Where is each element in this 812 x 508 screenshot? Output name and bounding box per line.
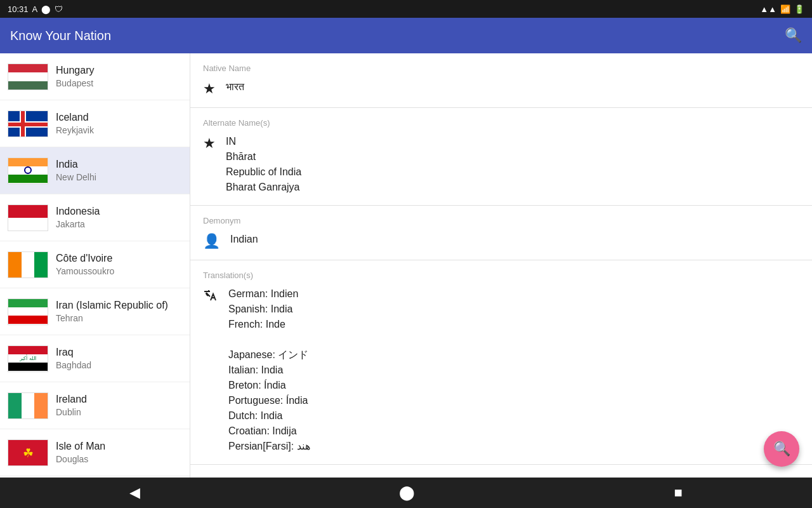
battery-icon: 🔋 (794, 4, 804, 14)
country-capital-hungary: Budapest (56, 78, 182, 88)
trans-croatian: Croatian: Indija (228, 424, 310, 439)
flag-hungary (8, 64, 48, 90)
flag-india (8, 157, 48, 184)
flag-iceland (8, 110, 48, 137)
country-item-indonesia[interactable]: Indonesia Jakarta (0, 194, 190, 241)
country-info-hungary: Hungary Budapest (56, 65, 182, 88)
country-name-iran: Iran (Islamic Republic of) (56, 300, 182, 311)
trans-dutch: Dutch: India (228, 408, 310, 424)
country-capital-ivory: Yamoussoukro (56, 266, 182, 276)
flag-indonesia (8, 204, 48, 231)
translations-label: Translation(s) (203, 271, 799, 280)
country-name-iom: Isle of Man (56, 441, 182, 452)
demonym-section: Demonym 👤 Indian (190, 206, 812, 260)
app-bar: Know Your Nation 🔍 (0, 18, 812, 53)
native-name-content: ★ भारत (203, 79, 799, 97)
status-bar-right: ▲▲ 📶 🔋 (760, 4, 804, 14)
alternate-names-label: Alternate Name(s) (203, 118, 799, 128)
trans-italian: Italian: India (228, 363, 310, 378)
country-item-ivory[interactable]: Côte d'Ivoire Yamoussoukro (0, 241, 190, 288)
country-capital-india: New Delhi (56, 172, 182, 182)
country-item-hungary[interactable]: Hungary Budapest (0, 53, 190, 100)
home-button[interactable]: ⬤ (386, 479, 428, 506)
country-info-iceland: Iceland Reykjavik (56, 112, 182, 135)
alt-name-0: IN (226, 134, 301, 149)
translate-icon (203, 288, 218, 307)
flag-iom: ☘ (8, 439, 48, 466)
country-item-iran[interactable]: Iran (Islamic Republic of) Tehran (0, 288, 190, 335)
country-info-iraq: Iraq Baghdad (56, 347, 182, 370)
alternate-names-content: ★ IN Bhārat Republic of India Bharat Gan… (203, 134, 799, 195)
flag-ireland (8, 392, 48, 419)
country-name-iceland: Iceland (56, 112, 182, 123)
country-item-iom[interactable]: ☘ Isle of Man Douglas (0, 429, 190, 476)
fab-search[interactable]: 🔍 (764, 431, 799, 467)
demonym-value: Indian (230, 232, 258, 247)
flag-iran (8, 298, 48, 325)
country-name-india: India (56, 159, 182, 170)
status-time: 10:31 (8, 4, 29, 14)
circle-icon: ⬤ (41, 4, 51, 14)
wifi-icon: ▲▲ (760, 4, 776, 14)
shield-icon: 🛡 (55, 4, 63, 14)
detail-panel: Native Name ★ भारत Alternate Name(s) ★ I… (190, 53, 812, 478)
flag-iraq: الله أكبر (8, 345, 48, 372)
country-capital-iom: Douglas (56, 454, 182, 464)
main-content: Hungary Budapest Iceland Reykjavik (0, 53, 812, 478)
demonym-label: Demonym (203, 216, 799, 225)
country-item-ireland[interactable]: Ireland Dublin (0, 382, 190, 429)
status-bar: 10:31 A ⬤ 🛡 ▲▲ 📶 🔋 (0, 0, 812, 18)
native-name-section: Native Name ★ भारत (190, 53, 812, 108)
alternate-names-section: Alternate Name(s) ★ IN Bhārat Republic o… (190, 108, 812, 206)
country-info-iran: Iran (Islamic Republic of) Tehran (56, 300, 182, 323)
alt-name-1: Bhārat (226, 149, 301, 164)
signal-icon: 📶 (780, 4, 790, 14)
translations-section: Translation(s) German: Indien Spanish: I… (190, 260, 812, 465)
search-button[interactable]: 🔍 (785, 27, 802, 44)
native-name-label: Native Name (203, 64, 799, 73)
country-item-iceland[interactable]: Iceland Reykjavik (0, 100, 190, 147)
trans-persian: Persian[Farsi]: هند (228, 439, 310, 454)
country-capital-ireland: Dublin (56, 407, 182, 417)
back-button[interactable]: ◀ (117, 479, 153, 506)
translations-values: German: Indien Spanish: India French: In… (228, 286, 310, 454)
alt-name-2: Republic of India (226, 164, 301, 180)
flag-ivory (8, 251, 48, 278)
country-capital-iceland: Reykjavik (56, 125, 182, 135)
trans-breton: Breton: Índia (228, 378, 310, 393)
native-name-value: भारत (226, 79, 244, 95)
alt-name-3: Bharat Ganrajya (226, 180, 301, 195)
country-info-ireland: Ireland Dublin (56, 394, 182, 417)
bottom-nav: ◀ ⬤ ■ (0, 478, 812, 508)
country-name-ireland: Ireland (56, 394, 182, 405)
country-item-india[interactable]: India New Delhi (0, 147, 190, 194)
country-info-indonesia: Indonesia Jakarta (56, 206, 182, 229)
alternate-names-values: IN Bhārat Republic of India Bharat Ganra… (226, 134, 301, 195)
country-name-ivory: Côte d'Ivoire (56, 253, 182, 264)
trans-french: French: Inde (228, 317, 310, 332)
country-capital-iraq: Baghdad (56, 360, 182, 370)
star-icon: ★ (203, 81, 216, 97)
status-bar-left: 10:31 A ⬤ 🛡 (8, 4, 63, 14)
country-name-iraq: Iraq (56, 347, 182, 358)
translations-content: German: Indien Spanish: India French: In… (203, 286, 799, 454)
country-name-indonesia: Indonesia (56, 206, 182, 217)
trans-portuguese: Portuguese: Índia (228, 393, 310, 408)
demonym-content: 👤 Indian (203, 232, 799, 250)
svg-text:☘: ☘ (23, 445, 34, 459)
country-item-iraq[interactable]: الله أكبر Iraq Baghdad (0, 335, 190, 382)
trans-spanish: Spanish: India (228, 302, 310, 317)
country-name-hungary: Hungary (56, 65, 182, 76)
app-title: Know Your Nation (10, 29, 111, 43)
alt-star-icon: ★ (203, 135, 216, 152)
country-info-ivory: Côte d'Ivoire Yamoussoukro (56, 253, 182, 276)
person-icon: 👤 (203, 233, 220, 250)
country-capital-iran: Tehran (56, 313, 182, 323)
trans-japanese: Japanese: インド (228, 347, 310, 363)
country-info-iom: Isle of Man Douglas (56, 441, 182, 464)
country-list: Hungary Budapest Iceland Reykjavik (0, 53, 190, 478)
recents-button[interactable]: ■ (662, 479, 695, 506)
notification-icon: A (32, 4, 38, 14)
country-capital-indonesia: Jakarta (56, 219, 182, 229)
trans-german: German: Indien (228, 286, 310, 302)
